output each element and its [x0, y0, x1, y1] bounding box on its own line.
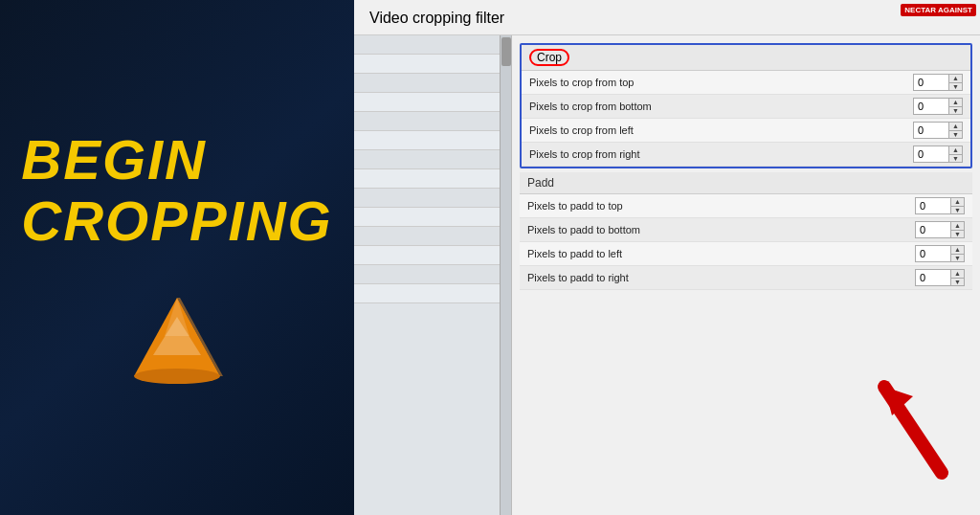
padd-right-spinner[interactable]: ▲ ▼ [951, 269, 965, 286]
spin-down-icon[interactable]: ▼ [951, 279, 964, 286]
padd-right-value[interactable]: 0 [915, 269, 951, 286]
list-item[interactable] [354, 74, 511, 93]
padd-section-header: Padd [520, 172, 972, 194]
list-item[interactable] [354, 131, 511, 150]
crop-left-spinner[interactable]: ▲ ▼ [949, 122, 963, 139]
padd-top-row: Pixels to padd to top 0 ▲ ▼ [520, 194, 972, 218]
red-arrow-icon [865, 368, 951, 486]
padd-right-input[interactable]: 0 ▲ ▼ [915, 269, 965, 286]
spin-up-icon[interactable]: ▲ [949, 123, 962, 131]
title-line2: CROPPING [21, 190, 332, 252]
spin-down-icon[interactable]: ▼ [949, 83, 962, 91]
crop-top-label: Pixels to crop from top [529, 77, 913, 88]
padd-right-label: Pixels to padd to right [527, 272, 915, 283]
list-item[interactable] [354, 208, 511, 227]
spin-up-icon[interactable]: ▲ [951, 198, 964, 207]
crop-right-label: Pixels to crop from right [529, 148, 913, 160]
crop-right-value[interactable]: 0 [913, 146, 949, 163]
window-title: Video cropping filter [354, 0, 980, 35]
crop-left-value[interactable]: 0 [913, 122, 949, 139]
crop-bottom-input[interactable]: 0 ▲ ▼ [913, 98, 963, 115]
crop-section: Crop Pixels to crop from top 0 ▲ ▼ [520, 43, 972, 168]
svg-point-2 [134, 369, 220, 384]
list-item[interactable] [354, 35, 511, 55]
spin-up-icon[interactable]: ▲ [951, 270, 964, 279]
crop-bottom-spinner[interactable]: ▲ ▼ [949, 98, 963, 115]
crop-top-input[interactable]: 0 ▲ ▼ [913, 74, 963, 91]
padd-bottom-row: Pixels to padd to bottom 0 ▲ ▼ [520, 218, 972, 242]
list-item[interactable] [354, 227, 511, 246]
list-item[interactable] [354, 265, 511, 284]
padd-left-spinner[interactable]: ▲ ▼ [951, 245, 965, 262]
spin-down-icon[interactable]: ▼ [949, 131, 962, 139]
crop-section-header: Crop [522, 45, 970, 71]
spin-down-icon[interactable]: ▼ [951, 207, 964, 214]
scrollbar[interactable] [500, 35, 511, 515]
spin-down-icon[interactable]: ▼ [949, 155, 962, 163]
padd-top-input[interactable]: 0 ▲ ▼ [915, 197, 965, 214]
padd-left-input[interactable]: 0 ▲ ▼ [915, 245, 965, 262]
padd-left-row: Pixels to padd to left 0 ▲ ▼ [520, 242, 972, 266]
crop-bottom-label: Pixels to crop from bottom [529, 101, 913, 112]
crop-right-input[interactable]: 0 ▲ ▼ [913, 146, 963, 163]
scrollbar-thumb[interactable] [501, 37, 511, 66]
padd-section: Padd Pixels to padd to top 0 ▲ ▼ [520, 172, 972, 290]
filter-panel: Crop Pixels to crop from top 0 ▲ ▼ [512, 35, 980, 515]
left-panel: BEGIN CROPPING [0, 0, 354, 515]
vlc-cone-icon [124, 290, 230, 386]
list-item[interactable] [354, 150, 511, 169]
padd-bottom-spinner[interactable]: ▲ ▼ [951, 221, 965, 238]
padd-top-spinner[interactable]: ▲ ▼ [951, 197, 965, 214]
crop-right-spinner[interactable]: ▲ ▼ [949, 146, 963, 163]
padd-left-label: Pixels to padd to left [527, 248, 915, 259]
padd-bottom-label: Pixels to padd to bottom [527, 224, 915, 235]
sidebar [354, 35, 512, 515]
crop-label: Crop [529, 49, 569, 66]
spin-up-icon[interactable]: ▲ [951, 246, 964, 255]
begin-cropping-title: BEGIN CROPPING [21, 129, 332, 252]
spin-down-icon[interactable]: ▼ [951, 255, 964, 262]
crop-top-spinner[interactable]: ▲ ▼ [949, 74, 963, 91]
crop-left-input[interactable]: 0 ▲ ▼ [913, 122, 963, 139]
spin-down-icon[interactable]: ▼ [949, 107, 962, 115]
list-item[interactable] [354, 246, 511, 265]
padd-left-value[interactable]: 0 [915, 245, 951, 262]
list-item[interactable] [354, 189, 511, 208]
padd-top-value[interactable]: 0 [915, 197, 951, 214]
padd-top-label: Pixels to padd to top [527, 200, 915, 212]
spin-up-icon[interactable]: ▲ [949, 99, 962, 107]
spin-up-icon[interactable]: ▲ [949, 75, 962, 83]
crop-bottom-row: Pixels to crop from bottom 0 ▲ ▼ [522, 95, 970, 119]
crop-left-row: Pixels to crop from left 0 ▲ ▼ [522, 119, 970, 143]
padd-bottom-input[interactable]: 0 ▲ ▼ [915, 221, 965, 238]
spin-up-icon[interactable]: ▲ [949, 146, 962, 155]
list-item[interactable] [354, 55, 511, 74]
sidebar-list [354, 35, 511, 303]
list-item[interactable] [354, 169, 511, 189]
padd-right-row: Pixels to padd to right 0 ▲ ▼ [520, 266, 972, 290]
list-item[interactable] [354, 112, 511, 131]
list-item[interactable] [354, 284, 511, 303]
main-content: Crop Pixels to crop from top 0 ▲ ▼ [354, 35, 980, 515]
crop-bottom-value[interactable]: 0 [913, 98, 949, 115]
padd-bottom-value[interactable]: 0 [915, 221, 951, 238]
spin-up-icon[interactable]: ▲ [951, 222, 964, 231]
watermark: NECTAR AGAINST [901, 4, 976, 16]
crop-left-label: Pixels to crop from left [529, 124, 913, 136]
right-panel: NECTAR AGAINST Video cropping filter [354, 0, 980, 515]
crop-top-value[interactable]: 0 [913, 74, 949, 91]
list-item[interactable] [354, 93, 511, 112]
spin-down-icon[interactable]: ▼ [951, 231, 964, 238]
window-chrome: Video cropping filter [354, 0, 980, 515]
crop-right-row: Pixels to crop from right 0 ▲ ▼ [522, 143, 970, 167]
crop-top-row: Pixels to crop from top 0 ▲ ▼ [522, 71, 970, 95]
title-line1: BEGIN [21, 129, 332, 190]
